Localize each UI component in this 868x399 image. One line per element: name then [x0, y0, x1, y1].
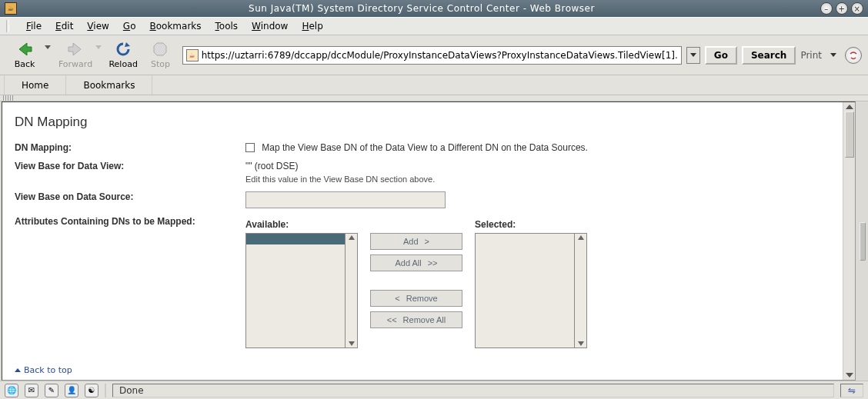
splitter-handle[interactable] [0, 95, 868, 101]
outer-scroll-thumb[interactable] [860, 222, 866, 261]
back-to-top-text: Back to top [24, 365, 72, 375]
button-add[interactable]: Add> [370, 233, 462, 250]
stop-label: Stop [151, 59, 170, 69]
svg-marker-2 [125, 42, 130, 47]
outer-scroll-gutter [857, 101, 868, 381]
print-dropdown[interactable] [826, 47, 840, 64]
back-arrow-icon [16, 41, 33, 58]
svg-marker-1 [68, 43, 81, 55]
svg-marker-0 [19, 43, 32, 55]
value-view-base-data-view: "" (root DSE) [245, 161, 843, 171]
back-button[interactable]: Back [6, 38, 43, 73]
bookmarks-toolbar: Home Bookmarks [0, 75, 868, 95]
status-divider [105, 384, 106, 397]
checkbox-map-view-base-text: Map the View Base DN of the Data View to… [262, 142, 588, 153]
app-icon: ☕ [5, 2, 17, 15]
reload-label: Reload [108, 59, 137, 69]
listbox-available[interactable] [245, 233, 346, 348]
menu-help[interactable]: Help [302, 21, 322, 32]
label-available: Available: [245, 219, 358, 230]
url-text: https://uztarri:6789/dccapp/dccModule/Pr… [202, 50, 678, 61]
toolbar: Back Forward Reload Stop ☕ https://uztar… [0, 35, 868, 75]
window-title: Sun Java(TM) System Directory Service Co… [23, 3, 820, 14]
link-back-to-top[interactable]: Back to top [15, 365, 72, 375]
forward-label: Forward [58, 59, 92, 69]
listbox-selected[interactable] [475, 233, 575, 348]
menu-go[interactable]: Go [123, 21, 136, 32]
scroll-down-icon [846, 373, 853, 377]
menubar-grip [6, 20, 9, 32]
bookmark-home[interactable]: Home [5, 75, 66, 95]
checkbox-map-view-base[interactable] [245, 143, 255, 152]
stop-icon [152, 41, 169, 58]
menu-bookmarks[interactable]: Bookmarks [149, 21, 201, 32]
hint-view-base-data-view: Edit this value in the View Base DN sect… [245, 175, 843, 184]
stop-button: Stop [145, 38, 175, 73]
scrollbar-available[interactable] [346, 233, 358, 348]
maximize-button[interactable]: + [836, 2, 848, 15]
status-bar: 🌐 ✉ ✎ 👤 ☯ Done ⇋ [0, 381, 868, 399]
button-add-all[interactable]: Add All>> [370, 254, 462, 271]
menu-file[interactable]: File [26, 21, 42, 32]
url-history-dropdown[interactable] [686, 47, 700, 64]
forward-button: Forward [57, 38, 94, 73]
status-text: Done [112, 384, 834, 397]
label-selected: Selected: [475, 219, 587, 230]
label-view-base-data-view: View Base for Data View: [15, 161, 245, 184]
print-label[interactable]: Print [800, 50, 822, 61]
search-button[interactable]: Search [742, 46, 796, 65]
minimize-button[interactable]: – [820, 2, 833, 15]
forward-arrow-icon [67, 41, 84, 58]
status-irc-icon[interactable]: ☯ [85, 384, 98, 397]
page-heading: DN Mapping [15, 115, 843, 130]
forward-history-dropdown [95, 45, 102, 49]
caret-up-icon [15, 368, 21, 372]
close-button[interactable]: × [851, 2, 863, 15]
label-attrs-dns: Attributes Containing DNs to be Mapped: [15, 216, 245, 348]
status-online-icon[interactable]: ⇋ [840, 384, 863, 397]
status-compose-icon[interactable]: ✎ [45, 384, 58, 397]
reload-button[interactable]: Reload [108, 38, 139, 73]
input-view-base-data-source[interactable] [245, 191, 446, 208]
scrollbar-page-vertical[interactable] [843, 102, 855, 380]
java-favicon-icon: ☕ [186, 49, 199, 62]
scroll-up-icon [846, 105, 853, 109]
status-mail-icon[interactable]: ✉ [25, 384, 38, 397]
window-titlebar: ☕ Sun Java(TM) System Directory Service … [0, 0, 868, 17]
menu-window[interactable]: Window [252, 21, 288, 32]
go-button[interactable]: Go [705, 46, 737, 65]
button-remove[interactable]: <Remove [370, 290, 462, 307]
bookmark-bookmarks[interactable]: Bookmarks [66, 75, 152, 95]
page-viewport: DN Mapping DN Mapping: Map the View Base… [2, 101, 856, 381]
back-label: Back [15, 59, 35, 69]
label-dn-mapping: DN Mapping: [15, 142, 245, 153]
reload-icon [115, 41, 132, 58]
throbber-java-icon [845, 47, 862, 64]
back-history-dropdown[interactable] [45, 45, 51, 49]
status-addressbook-icon[interactable]: 👤 [65, 384, 78, 397]
svg-marker-3 [154, 43, 166, 55]
menu-edit[interactable]: Edit [55, 21, 73, 32]
scroll-thumb[interactable] [845, 111, 854, 158]
menu-bar: File Edit View Go Bookmarks Tools Window… [0, 17, 868, 35]
status-globe-icon[interactable]: 🌐 [5, 384, 18, 397]
label-view-base-data-source: View Base on Data Source: [15, 191, 245, 208]
button-remove-all[interactable]: <<Remove All [370, 311, 462, 328]
url-input[interactable]: ☕ https://uztarri:6789/dccapp/dccModule/… [182, 46, 682, 65]
scrollbar-selected[interactable] [575, 233, 587, 348]
menu-view[interactable]: View [87, 21, 108, 32]
menu-tools[interactable]: Tools [215, 21, 239, 32]
